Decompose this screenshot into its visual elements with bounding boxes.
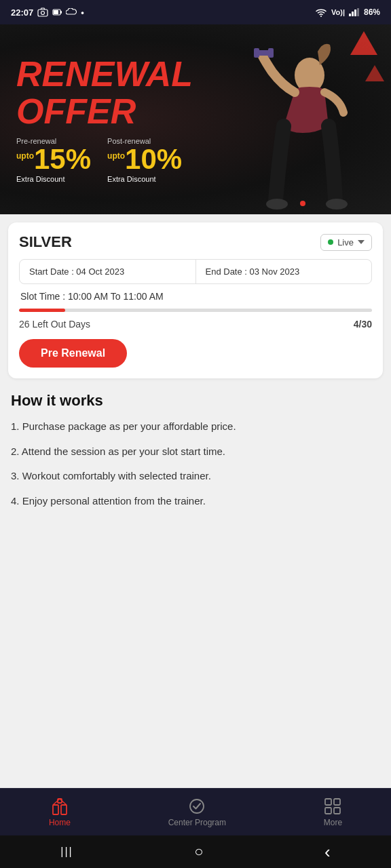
card-header: SILVER Live xyxy=(19,233,372,251)
nav-label-home: Home xyxy=(49,818,71,827)
svg-rect-17 xyxy=(53,805,58,814)
membership-card: SILVER Live Start Date : 04 Oct 2023 End… xyxy=(8,222,383,378)
svg-point-21 xyxy=(190,800,204,813)
recent-apps-button[interactable]: ||| xyxy=(44,840,89,863)
days-row: 26 Left Out Days 4/30 xyxy=(19,319,372,330)
post-upto: upto xyxy=(107,151,125,161)
svg-point-14 xyxy=(266,199,288,210)
svg-rect-25 xyxy=(334,808,340,814)
slot-time: Slot Time : 10:00 AM To 11:00 AM xyxy=(19,291,372,302)
photo-icon xyxy=(37,7,48,17)
svg-line-20 xyxy=(60,799,67,805)
signal-strength xyxy=(349,8,360,16)
svg-line-19 xyxy=(53,799,60,805)
membership-level: SILVER xyxy=(19,233,72,251)
pre-upto: upto xyxy=(16,151,34,161)
renewal-banner: RenewalOffer Pre-renewal upto15% Extra D… xyxy=(0,24,391,214)
svg-rect-22 xyxy=(325,799,331,805)
nav-item-center-program[interactable]: Center Program xyxy=(155,792,240,833)
pre-renewal-extra: Extra Discount xyxy=(16,175,91,183)
end-date: End Date : 03 Nov 2023 xyxy=(196,260,372,283)
post-renewal-percent: upto10% xyxy=(107,145,182,174)
pre-renewal-percent: upto15% xyxy=(16,145,91,174)
days-left-label: 26 Left Out Days xyxy=(19,319,90,330)
dot-indicator: • xyxy=(81,7,84,18)
bottom-nav: Home Center Program More xyxy=(0,788,391,835)
time: 22:07 xyxy=(11,7,33,18)
progress-bar-container xyxy=(19,309,372,312)
svg-rect-3 xyxy=(60,11,62,14)
how-item-1: 1. Purchase package as per your affordab… xyxy=(11,419,380,435)
svg-rect-7 xyxy=(352,12,354,16)
start-date: Start Date : 04 Oct 2023 xyxy=(20,260,196,283)
svg-rect-0 xyxy=(38,9,48,16)
how-item-4: 4. Enjoy personal attention from the tra… xyxy=(11,494,380,509)
banner-title: RenewalOffer xyxy=(16,56,375,130)
pre-renewal-button[interactable]: Pre Renewal xyxy=(19,339,127,368)
home-button[interactable]: ○ xyxy=(178,837,219,866)
chevron-down-icon xyxy=(358,240,365,244)
home-icon xyxy=(51,797,69,815)
status-right: Vo)| 86% xyxy=(315,7,380,17)
status-bar: 22:07 • Vo)| 86% xyxy=(0,0,391,24)
svg-rect-24 xyxy=(325,808,331,814)
svg-point-5 xyxy=(320,16,322,17)
nav-label-center-program: Center Program xyxy=(168,818,226,827)
svg-point-1 xyxy=(41,12,45,15)
back-button[interactable]: ‹ xyxy=(308,836,347,868)
svg-point-15 xyxy=(326,199,348,210)
battery-percent: 86% xyxy=(364,7,380,17)
more-icon xyxy=(324,797,341,815)
svg-rect-9 xyxy=(357,8,359,16)
svg-rect-18 xyxy=(61,805,67,814)
main-content: SILVER Live Start Date : 04 Oct 2023 End… xyxy=(0,214,391,788)
live-label: Live xyxy=(337,237,354,248)
system-nav: ||| ○ ‹ xyxy=(0,835,391,868)
nav-label-more: More xyxy=(324,818,342,827)
progress-bar-fill xyxy=(19,309,65,312)
center-program-icon xyxy=(188,797,206,815)
pre-renewal-offer: Pre-renewal upto15% Extra Discount xyxy=(16,137,91,183)
days-fraction: 4/30 xyxy=(354,319,372,330)
banner-text-content: RenewalOffer Pre-renewal upto15% Extra D… xyxy=(0,42,391,196)
post-renewal-offer: Post-renewal upto10% Extra Discount xyxy=(107,137,182,183)
svg-rect-8 xyxy=(354,9,356,16)
wifi-icon xyxy=(315,7,327,17)
battery-icon xyxy=(52,8,62,16)
post-renewal-extra: Extra Discount xyxy=(107,175,182,183)
banner-offers: Pre-renewal upto15% Extra Discount Post-… xyxy=(16,137,375,183)
svg-rect-4 xyxy=(54,10,58,14)
how-it-works-section: How it works 1. Purchase package as per … xyxy=(8,389,383,526)
nav-item-home[interactable]: Home xyxy=(35,792,84,833)
live-dot xyxy=(328,239,333,245)
svg-rect-6 xyxy=(349,14,351,16)
how-it-works-title: How it works xyxy=(11,392,380,410)
banner-dot-indicator xyxy=(300,201,305,206)
cloud-icon xyxy=(66,8,77,16)
live-badge[interactable]: Live xyxy=(320,234,372,251)
signal-bars: Vo)| xyxy=(331,8,345,16)
date-row: Start Date : 04 Oct 2023 End Date : 03 N… xyxy=(19,259,372,284)
how-item-2: 2. Attend the session as per your slot s… xyxy=(11,444,380,460)
svg-rect-23 xyxy=(334,799,340,805)
how-item-3: 3. Workout comfortably with selected tra… xyxy=(11,469,380,484)
nav-item-more[interactable]: More xyxy=(310,792,356,833)
status-left: 22:07 • xyxy=(11,7,84,18)
